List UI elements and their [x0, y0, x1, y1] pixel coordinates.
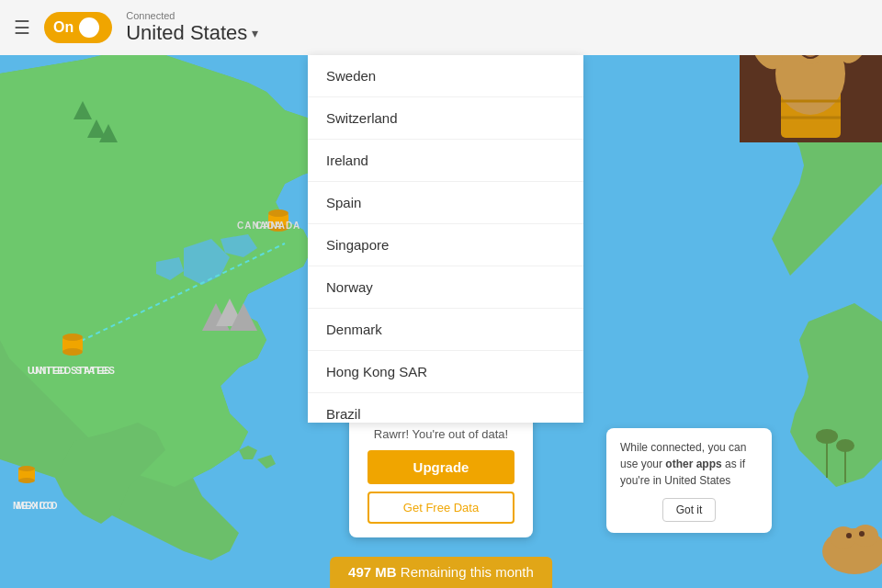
- svg-point-27: [859, 531, 865, 537]
- svg-point-12: [836, 439, 854, 452]
- svg-point-16: [62, 348, 83, 356]
- out-of-data-title: Rawrr! You're out of data!: [368, 427, 514, 441]
- chevron-down-icon: ▾: [252, 26, 258, 40]
- toggle-container: On: [44, 12, 112, 43]
- remaining-mb: 497 MB: [348, 564, 397, 580]
- top-bar: ☰ On Connected United States ▾: [0, 0, 882, 55]
- svg-point-10: [816, 429, 838, 444]
- country-dropdown: SwedenSwitzerlandIrelandSpainSingaporeNo…: [308, 55, 583, 423]
- svg-point-22: [18, 478, 35, 483]
- out-of-data-popup: Rawrr! You're out of data! Upgrade Get F…: [349, 413, 533, 537]
- dropdown-item[interactable]: Denmark: [308, 309, 583, 351]
- dropdown-item[interactable]: Brazil: [308, 393, 583, 423]
- dropdown-item[interactable]: Switzerland: [308, 97, 583, 140]
- connection-info: Connected United States ▾: [126, 10, 258, 45]
- svg-point-21: [18, 466, 35, 471]
- dropdown-item[interactable]: Sweden: [308, 55, 583, 97]
- dropdown-scroll[interactable]: SwedenSwitzerlandIrelandSpainSingaporeNo…: [308, 55, 583, 423]
- upgrade-button[interactable]: Upgrade: [368, 450, 514, 484]
- svg-point-25: [853, 525, 878, 547]
- country-selector[interactable]: United States ▾: [126, 21, 258, 45]
- svg-point-24: [831, 526, 856, 548]
- dropdown-item[interactable]: Hong Kong SAR: [308, 351, 583, 393]
- got-it-button[interactable]: Got it: [662, 498, 717, 522]
- canada-label: CANADA: [237, 220, 282, 231]
- svg-point-18: [268, 209, 288, 217]
- connected-status: Connected: [126, 10, 258, 21]
- bottom-bar: 497 MB Remaining this month: [330, 557, 552, 588]
- toggle-circle: [79, 17, 99, 38]
- us-label: UNITED STATES: [32, 366, 116, 376]
- toggle-label: On: [53, 19, 74, 36]
- remaining-suffix: Remaining this month: [401, 564, 534, 580]
- svg-point-26: [846, 533, 852, 538]
- get-free-data-button[interactable]: Get Free Data: [368, 492, 514, 524]
- dropdown-item[interactable]: Singapore: [308, 224, 583, 266]
- tooltip-text: While connected, you can use your other …: [620, 439, 758, 489]
- connected-tooltip: While connected, you can use your other …: [606, 428, 772, 533]
- tooltip-bold: other apps: [665, 458, 721, 470]
- menu-icon[interactable]: ☰: [14, 17, 30, 39]
- mexico-label: MEXICO: [17, 501, 58, 511]
- dropdown-item[interactable]: Ireland: [308, 140, 583, 182]
- svg-point-15: [62, 334, 83, 341]
- vpn-toggle[interactable]: On: [44, 12, 112, 43]
- dropdown-item[interactable]: Norway: [308, 266, 583, 309]
- dropdown-item[interactable]: Spain: [308, 182, 583, 224]
- country-name: United States: [126, 21, 247, 45]
- remaining-text: 497 MB Remaining this month: [348, 564, 534, 580]
